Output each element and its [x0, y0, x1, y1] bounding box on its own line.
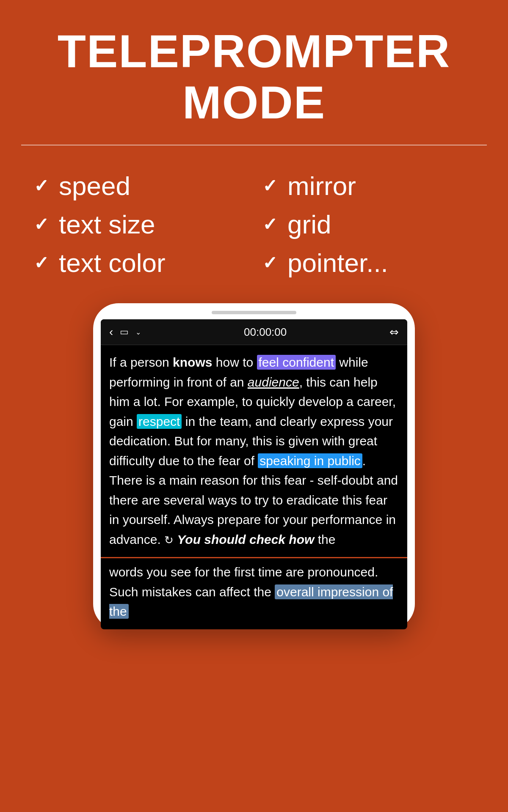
feature-textsize: ✓ text size: [34, 209, 246, 239]
feature-label-mirror: mirror: [287, 171, 356, 201]
feature-label-textsize: text size: [59, 209, 155, 239]
screen-text-upper: If a person knows how to feel confident …: [101, 345, 407, 557]
feature-mirror: ✓ mirror: [262, 171, 474, 201]
check-icon-textcolor: ✓: [34, 252, 49, 273]
camera-icon: ▭: [120, 326, 129, 337]
feature-grid: ✓ grid: [262, 209, 474, 239]
bold-knows: knows: [173, 355, 212, 369]
feature-label-speed: speed: [59, 171, 130, 201]
phone-screen: ‹ ▭ ⌄ 00:00:00 ⇔ If a person knows how t…: [101, 319, 407, 629]
check-icon-speed: ✓: [34, 176, 49, 196]
feature-speed: ✓ speed: [34, 171, 246, 201]
check-icon-grid: ✓: [262, 214, 277, 235]
header-section: TELEPROMPTER MODE: [0, 0, 508, 145]
screen-topbar: ‹ ▭ ⌄ 00:00:00 ⇔: [101, 319, 407, 345]
phone-notch: [212, 311, 296, 314]
feature-pointer: ✓ pointer...: [262, 248, 474, 278]
phone-mockup: ‹ ▭ ⌄ 00:00:00 ⇔ If a person knows how t…: [0, 295, 508, 629]
highlight-speaking-public: speaking in public: [258, 453, 362, 468]
replay-icon: ↻: [164, 534, 174, 546]
app-title: TELEPROMPTER MODE: [34, 25, 474, 128]
feature-label-pointer: pointer...: [287, 248, 388, 278]
check-icon-textsize: ✓: [34, 214, 49, 235]
check-icon-mirror: ✓: [262, 176, 277, 196]
highlight-feel-confident: feel confident: [257, 355, 336, 370]
back-button[interactable]: ‹: [109, 325, 113, 339]
feature-label-grid: grid: [287, 209, 331, 239]
highlight-overall-impression: overall impression of the: [109, 584, 393, 619]
phone-frame: ‹ ▭ ⌄ 00:00:00 ⇔ If a person knows how t…: [93, 303, 415, 629]
dropdown-arrow-icon[interactable]: ⌄: [135, 328, 141, 336]
check-icon-pointer: ✓: [262, 252, 277, 273]
mirror-icon[interactable]: ⇔: [389, 326, 399, 339]
screen-text-lower: words you see for the first time are pro…: [101, 558, 407, 629]
topbar-left-controls: ‹ ▭ ⌄: [109, 325, 141, 339]
timer-display: 00:00:00: [244, 326, 287, 339]
italic-audience: audience: [248, 375, 299, 389]
highlight-respect: respect: [137, 414, 182, 429]
feature-textcolor: ✓ text color: [34, 248, 246, 278]
feature-label-textcolor: text color: [59, 248, 166, 278]
bold-italic-check: You should check how: [177, 532, 314, 546]
features-section: ✓ speed ✓ mirror ✓ text size ✓ grid ✓ te…: [0, 145, 508, 295]
